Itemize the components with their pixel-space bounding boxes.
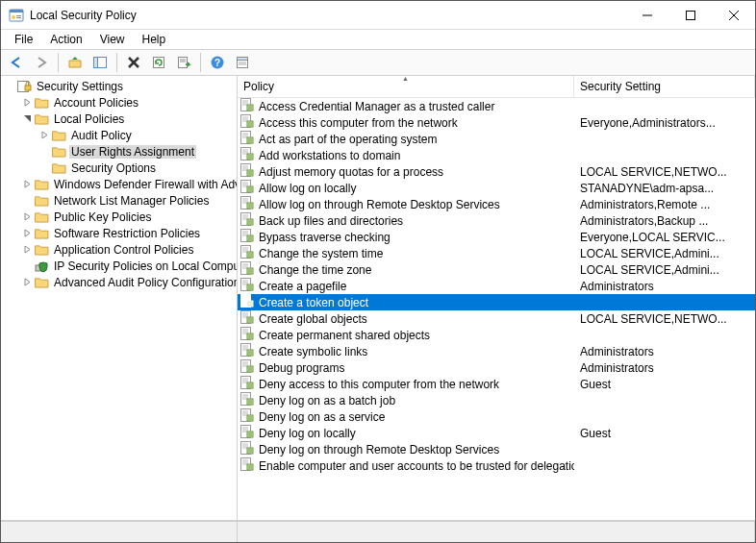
list-row[interactable]: Access this computer from the networkEve… [238,114,755,131]
help-icon[interactable]: ? [206,51,229,74]
policy-name: Create symbolic links [259,345,367,358]
properties-icon[interactable] [231,51,254,74]
list-row[interactable]: Adjust memory quotas for a processLOCAL … [238,163,755,180]
show-hide-tree-icon[interactable] [88,51,112,74]
security-setting-value: Administrators [574,280,755,293]
tree-node[interactable]: Software Restriction Policies [3,225,237,241]
tree-node[interactable]: Public Key Policies [3,209,237,225]
column-header-setting-label: Security Setting [580,80,661,93]
tree-node[interactable]: Application Control Policies [3,241,237,258]
list-row[interactable]: Change the system timeLOCAL SERVICE,Admi… [238,245,755,261]
svg-rect-4 [16,17,21,18]
svg-rect-13 [154,58,164,68]
list-row[interactable]: Enable computer and user accounts to be … [238,457,755,474]
list-row[interactable]: Change the time zoneLOCAL SERVICE,Admini… [238,261,755,278]
tree-toggle-icon[interactable] [20,243,34,257]
export-list-icon[interactable] [172,51,195,74]
policy-name: Deny access to this computer from the ne… [259,378,499,391]
menu-view[interactable]: View [92,31,133,48]
tree-node[interactable]: IP Security Policies on Local Computer [3,258,237,274]
list-row[interactable]: Create a pagefileAdministrators [238,278,755,294]
tree-root[interactable]: Security Settings [3,78,237,94]
tree-toggle-icon[interactable] [38,129,51,142]
list-row[interactable]: Deny log on as a service [238,408,755,425]
tree-node[interactable]: Local Policies [3,111,237,127]
list-pane: ▲ Policy Security Setting Access Credent… [238,76,755,520]
tree-toggle-icon[interactable] [20,96,34,110]
policy-name: Bypass traverse checking [259,231,391,244]
list-row[interactable]: Deny log on as a batch job [238,392,755,408]
svg-rect-128 [247,333,253,339]
column-header-setting[interactable]: Security Setting [574,76,755,97]
list-row[interactable]: Deny access to this computer from the ne… [238,376,755,392]
svg-rect-86 [247,235,253,241]
tree-toggle-icon [38,161,51,175]
menu-help[interactable]: Help [135,31,174,48]
list-row[interactable]: Deny log on locallyGuest [238,425,755,441]
tree-node-label: Network List Manager Policies [52,194,211,208]
svg-point-2 [12,15,15,19]
policy-name: Create a token object [259,296,368,309]
list-row[interactable]: Debug programsAdministrators [238,359,755,376]
menu-file[interactable]: File [7,31,40,48]
menu-action[interactable]: Action [42,31,89,48]
list-row[interactable]: Act as part of the operating system [238,131,755,147]
security-setting-value: STANADYNE\adm-apsa... [574,182,755,195]
list-row[interactable]: Allow log on through Remote Desktop Serv… [238,196,755,212]
policy-name: Create permanent shared objects [259,329,430,342]
policy-name: Allow log on locally [259,182,356,195]
policy-name: Back up files and directories [259,214,403,228]
security-setting-value: Administrators [574,361,755,375]
column-header-policy[interactable]: ▲ Policy [238,76,574,97]
forward-icon[interactable] [30,51,53,74]
tree-toggle-icon[interactable] [20,178,34,191]
list-row[interactable]: Back up files and directoriesAdministrat… [238,212,755,229]
back-icon[interactable] [5,51,28,74]
tree-node-label: Windows Defender Firewall with Advanced … [52,178,238,191]
svg-rect-1 [10,10,23,12]
toolbar-separator [58,53,59,72]
tree-toggle-icon[interactable] [3,80,16,93]
security-setting-value: Administrators [574,345,755,358]
policy-name: Add workstations to domain [259,149,400,162]
tree-node-label: Local Policies [52,112,126,126]
minimize-button[interactable] [625,1,668,29]
close-button[interactable] [712,1,755,29]
up-icon[interactable] [63,51,87,74]
list-row[interactable]: Deny log on through Remote Desktop Servi… [238,441,755,457]
folder-icon [34,111,49,127]
svg-rect-72 [247,203,253,209]
tree-node[interactable]: Windows Defender Firewall with Advanced … [3,176,237,192]
svg-rect-149 [247,383,253,388]
list-row[interactable]: Allow log on locallySTANADYNE\adm-apsa..… [238,180,755,196]
list-row[interactable]: Create symbolic linksAdministrators [238,343,755,359]
tree-node[interactable]: Security Options [3,160,237,176]
list-row[interactable]: Create global objectsLOCAL SERVICE,NETWO… [238,310,755,327]
tree-toggle-icon[interactable] [20,210,34,224]
tree-node[interactable]: Network List Manager Policies [3,192,237,209]
tree-node[interactable]: Audit Policy [3,127,237,143]
tree-toggle-icon[interactable] [20,227,34,240]
list-row[interactable]: Bypass traverse checkingEveryone,LOCAL S… [238,229,755,245]
tree-toggle-icon[interactable] [20,276,34,289]
list-row[interactable]: Create a token object [238,294,755,310]
policy-name: Enable computer and user accounts to be … [259,459,574,473]
tree-toggle-icon[interactable] [20,112,34,126]
list-body[interactable]: Access Credential Manager as a trusted c… [238,98,755,520]
policy-name: Adjust memory quotas for a process [259,165,443,179]
folder-icon [34,193,49,209]
list-row[interactable]: Add workstations to domain [238,147,755,163]
tree-node[interactable]: User Rights Assignment [3,143,237,160]
list-row[interactable]: Access Credential Manager as a trusted c… [238,98,755,114]
tree-node[interactable]: Advanced Audit Policy Configuration [3,274,237,290]
delete-icon[interactable] [122,51,145,74]
list-row[interactable]: Create permanent shared objects [238,327,755,343]
security-setting-value: LOCAL SERVICE,NETWO... [574,165,755,179]
maximize-button[interactable] [668,1,712,29]
tree-pane[interactable]: Security SettingsAccount PoliciesLocal P… [1,76,238,520]
refresh-icon[interactable] [147,51,170,74]
security-setting-value: Administrators,Remote ... [574,198,755,211]
tree-node[interactable]: Account Policies [3,94,237,111]
svg-rect-114 [247,301,253,307]
tree-node-label: Account Policies [52,96,140,110]
